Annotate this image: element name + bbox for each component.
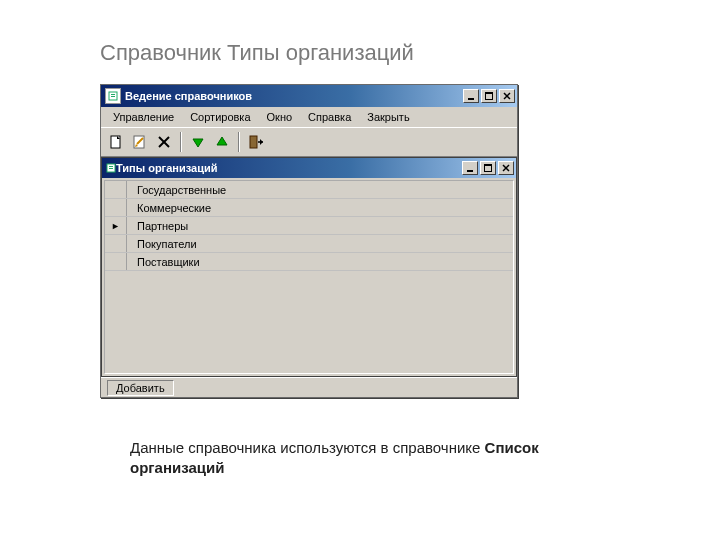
menu-sort[interactable]: Сортировка	[182, 109, 258, 125]
toolbar-separator	[180, 132, 182, 152]
svg-rect-5	[485, 92, 493, 94]
table-row[interactable]: ► Партнеры	[105, 217, 513, 235]
svg-rect-21	[109, 166, 113, 167]
svg-marker-15	[193, 139, 203, 147]
row-indicator	[105, 235, 127, 252]
data-grid[interactable]: Государственные Коммерческие ► Партнеры …	[104, 180, 514, 374]
app-icon	[105, 88, 121, 104]
status-bar: Добавить	[101, 377, 517, 397]
main-window: Ведение справочников Управление Сортиров…	[100, 84, 518, 398]
toolbar	[101, 127, 517, 157]
row-indicator	[105, 181, 127, 198]
svg-rect-25	[484, 164, 492, 166]
child-maximize-button[interactable]	[480, 161, 496, 175]
svg-rect-3	[468, 98, 474, 100]
child-titlebar[interactable]: Типы организаций	[102, 158, 516, 178]
menu-manage[interactable]: Управление	[105, 109, 182, 125]
status-text: Добавить	[107, 380, 174, 396]
menu-window[interactable]: Окно	[259, 109, 301, 125]
child-window: Типы организаций Государственные Комме	[101, 157, 517, 377]
toolbar-separator	[238, 132, 240, 152]
table-row[interactable]: Государственные	[105, 181, 513, 199]
menu-help[interactable]: Справка	[300, 109, 359, 125]
table-row[interactable]: Коммерческие	[105, 199, 513, 217]
mdi-client-area: Типы организаций Государственные Комме	[101, 157, 517, 377]
svg-marker-16	[217, 137, 227, 145]
menu-bar: Управление Сортировка Окно Справка Закры…	[101, 107, 517, 127]
slide-caption: Данные справочника используются в справо…	[130, 438, 590, 479]
row-cell[interactable]: Государственные	[127, 184, 513, 196]
table-row[interactable]: Поставщики	[105, 253, 513, 271]
row-cell[interactable]: Поставщики	[127, 256, 513, 268]
row-cell[interactable]: Партнеры	[127, 220, 513, 232]
main-titlebar[interactable]: Ведение справочников	[101, 85, 517, 107]
caption-text: Данные справочника используются в справо…	[130, 439, 485, 456]
sort-up-icon[interactable]	[211, 131, 233, 153]
sort-down-icon[interactable]	[187, 131, 209, 153]
child-minimize-button[interactable]	[462, 161, 478, 175]
svg-rect-17	[250, 136, 257, 148]
row-cell[interactable]: Покупатели	[127, 238, 513, 250]
child-close-button[interactable]	[498, 161, 514, 175]
row-indicator	[105, 253, 127, 270]
slide-title: Справочник Типы организаций	[100, 40, 620, 66]
svg-rect-23	[467, 170, 473, 172]
new-icon[interactable]	[105, 131, 127, 153]
svg-rect-1	[111, 94, 115, 95]
row-indicator	[105, 199, 127, 216]
menu-close[interactable]: Закрыть	[359, 109, 417, 125]
exit-icon[interactable]	[245, 131, 267, 153]
row-indicator-current: ►	[105, 217, 127, 234]
child-title-text: Типы организаций	[116, 162, 462, 174]
child-window-icon	[106, 163, 116, 173]
close-button[interactable]	[499, 89, 515, 103]
table-row[interactable]: Покупатели	[105, 235, 513, 253]
minimize-button[interactable]	[463, 89, 479, 103]
edit-icon[interactable]	[129, 131, 151, 153]
maximize-button[interactable]	[481, 89, 497, 103]
main-title-text: Ведение справочников	[125, 90, 463, 102]
delete-icon[interactable]	[153, 131, 175, 153]
svg-rect-22	[109, 168, 113, 169]
svg-marker-19	[260, 139, 263, 145]
row-cell[interactable]: Коммерческие	[127, 202, 513, 214]
svg-rect-2	[111, 96, 115, 97]
